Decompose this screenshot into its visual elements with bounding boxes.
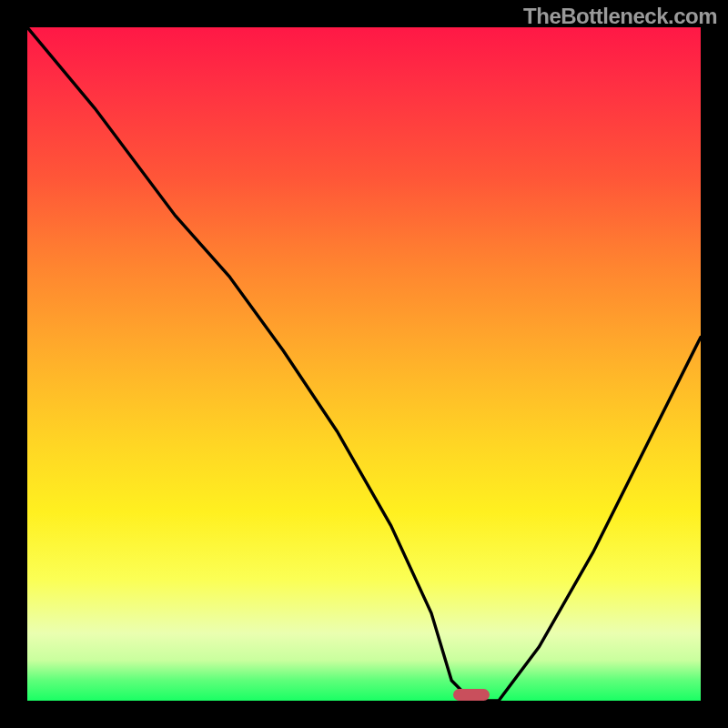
bottleneck-curve (27, 27, 701, 701)
chart-frame: TheBottleneck.com (0, 0, 728, 728)
watermark-label: TheBottleneck.com (523, 4, 717, 29)
curve-svg (27, 27, 701, 701)
optimal-marker (453, 689, 490, 701)
plot-area (27, 27, 701, 701)
